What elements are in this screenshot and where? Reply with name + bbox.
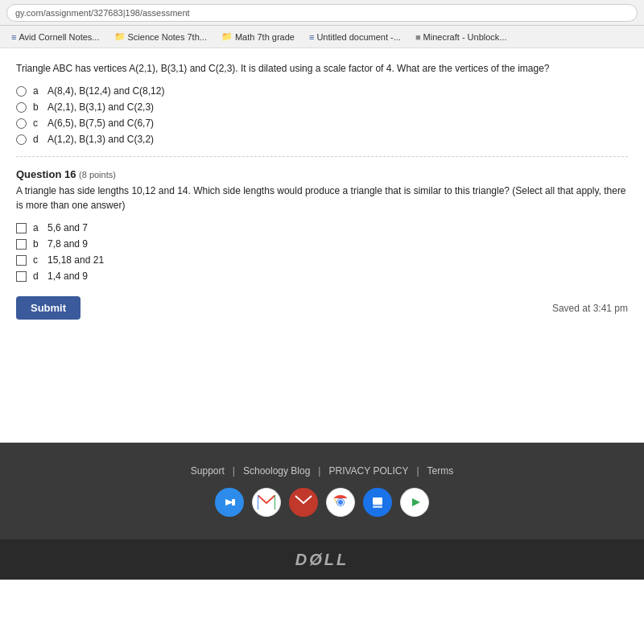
zoom-icon[interactable] bbox=[215, 488, 244, 517]
footer-support[interactable]: Support bbox=[191, 465, 225, 477]
dell-logo: DØLL bbox=[295, 551, 349, 569]
q16-option-c[interactable]: c 15,18 and 21 bbox=[16, 254, 628, 266]
footer-sep-3: | bbox=[416, 465, 419, 477]
q15-value-a: A(8,4), B(12,4) and C(8,12) bbox=[47, 85, 164, 97]
chrome-icon[interactable] bbox=[326, 488, 355, 517]
url-bar[interactable]: gy.com/assignment/327683|198/assessment bbox=[6, 4, 638, 22]
q16-title-text: Question 16 bbox=[16, 168, 76, 180]
svg-rect-12 bbox=[373, 497, 382, 505]
math-icon: 📁 bbox=[221, 31, 233, 42]
q16-letter-a: a bbox=[33, 222, 41, 233]
q16-option-d[interactable]: d 1,4 and 9 bbox=[16, 270, 628, 282]
minecraft-icon: ■ bbox=[415, 32, 421, 42]
bookmarks-bar: ≡ Avid Cornell Notes... 📁 Science Notes … bbox=[0, 26, 644, 48]
q15-letter-c: c bbox=[33, 118, 41, 129]
q15-option-b[interactable]: b A(2,1), B(3,1) and C(2,3) bbox=[16, 101, 628, 113]
q15-value-d: A(1,2), B(1,3) and C(3,2) bbox=[47, 134, 154, 145]
q16-options: a 5,6 and 7 b 7,8 and 9 c 15,18 and 21 d… bbox=[16, 222, 628, 282]
q16-text: A triangle has side lengths 10,12 and 14… bbox=[16, 184, 628, 213]
avid-icon: ≡ bbox=[11, 32, 16, 42]
saved-status: Saved at 3:41 pm bbox=[552, 303, 628, 314]
q15-letter-a: a bbox=[33, 85, 41, 97]
footer-terms[interactable]: Terms bbox=[427, 465, 454, 477]
submit-row: Submit Saved at 3:41 pm bbox=[16, 296, 628, 320]
svg-point-10 bbox=[338, 500, 343, 505]
drive-icon[interactable] bbox=[363, 488, 392, 517]
bookmark-avid[interactable]: ≡ Avid Cornell Notes... bbox=[6, 31, 105, 43]
q15-value-c: A(6,5), B(7,5) and C(6,7) bbox=[47, 118, 154, 129]
bookmark-avid-label: Avid Cornell Notes... bbox=[19, 32, 99, 42]
gmail-icon[interactable] bbox=[252, 488, 281, 517]
url-text: gy.com/assignment/327683|198/assessment bbox=[15, 8, 190, 18]
q16-value-c: 15,18 and 21 bbox=[47, 254, 104, 266]
main-content: Triangle ABC has vertices A(2,1), B(3,1)… bbox=[0, 48, 644, 443]
q15-option-d[interactable]: d A(1,2), B(1,3) and C(3,2) bbox=[16, 134, 628, 145]
q16-value-b: 7,8 and 9 bbox=[47, 238, 88, 250]
footer-links: Support | Schoology Blog | PRIVACY POLIC… bbox=[191, 465, 453, 477]
bookmark-minecraft[interactable]: ■ Minecraft - Unblock... bbox=[411, 31, 512, 43]
untitled-icon: ≡ bbox=[309, 32, 314, 42]
footer-sep-1: | bbox=[233, 465, 235, 477]
footer-privacy-policy[interactable]: PRIVACY POLICY bbox=[328, 465, 408, 477]
bookmark-science[interactable]: 📁 Science Notes 7th... bbox=[109, 30, 212, 43]
q15-letter-d: d bbox=[33, 134, 41, 145]
svg-rect-2 bbox=[232, 499, 235, 506]
svg-rect-13 bbox=[373, 506, 382, 508]
q15-radio-a[interactable] bbox=[16, 86, 27, 97]
q15-value-b: A(2,1), B(3,1) and C(2,3) bbox=[47, 101, 154, 113]
q15-letter-b: b bbox=[33, 101, 41, 113]
q15-radio-c[interactable] bbox=[16, 118, 27, 129]
footer: Support | Schoology Blog | PRIVACY POLIC… bbox=[0, 443, 644, 539]
youtube-icon[interactable] bbox=[400, 488, 429, 517]
footer-sep-2: | bbox=[318, 465, 320, 477]
bookmark-math-label: Math 7th grade bbox=[235, 32, 295, 42]
q16-checkbox-a[interactable] bbox=[16, 223, 27, 233]
bookmark-untitled[interactable]: ≡ Untitled document -... bbox=[304, 31, 406, 43]
q15-option-a[interactable]: a A(8,4), B(12,4) and C(8,12) bbox=[16, 85, 628, 97]
science-icon: 📁 bbox=[114, 31, 126, 42]
q15-options: a A(8,4), B(12,4) and C(8,12) b A(2,1), … bbox=[16, 85, 628, 145]
browser-bar: gy.com/assignment/327683|198/assessment bbox=[0, 0, 644, 26]
submit-button[interactable]: Submit bbox=[16, 296, 80, 320]
mailvelope-icon[interactable] bbox=[289, 488, 318, 517]
q16-value-a: 5,6 and 7 bbox=[47, 222, 88, 233]
bookmark-untitled-label: Untitled document -... bbox=[316, 32, 401, 42]
q16-option-b[interactable]: b 7,8 and 9 bbox=[16, 238, 628, 250]
taskbar-icons bbox=[215, 488, 429, 517]
q16-option-a[interactable]: a 5,6 and 7 bbox=[16, 222, 628, 233]
q15-option-c[interactable]: c A(6,5), B(7,5) and C(6,7) bbox=[16, 118, 628, 129]
q15-text: Triangle ABC has vertices A(2,1), B(3,1)… bbox=[16, 61, 628, 76]
q15-radio-d[interactable] bbox=[16, 134, 27, 145]
q16-checkbox-c[interactable] bbox=[16, 255, 27, 266]
q16-letter-c: c bbox=[33, 254, 41, 266]
bookmark-science-label: Science Notes 7th... bbox=[128, 32, 207, 42]
q16-title: Question 16 (8 points) bbox=[16, 168, 628, 180]
q16-value-d: 1,4 and 9 bbox=[47, 270, 88, 282]
q16-points: (8 points) bbox=[79, 170, 116, 180]
bookmark-minecraft-label: Minecraft - Unblock... bbox=[423, 32, 507, 42]
dell-area: DØLL bbox=[0, 539, 644, 580]
q16-checkbox-d[interactable] bbox=[16, 271, 27, 282]
footer-schoology-blog[interactable]: Schoology Blog bbox=[243, 465, 310, 477]
bookmark-math[interactable]: 📁 Math 7th grade bbox=[217, 30, 299, 43]
q16-letter-d: d bbox=[33, 270, 41, 282]
section-divider bbox=[16, 156, 628, 157]
q16-checkbox-b[interactable] bbox=[16, 239, 27, 250]
q16-letter-b: b bbox=[33, 238, 41, 250]
q15-radio-b[interactable] bbox=[16, 102, 27, 113]
